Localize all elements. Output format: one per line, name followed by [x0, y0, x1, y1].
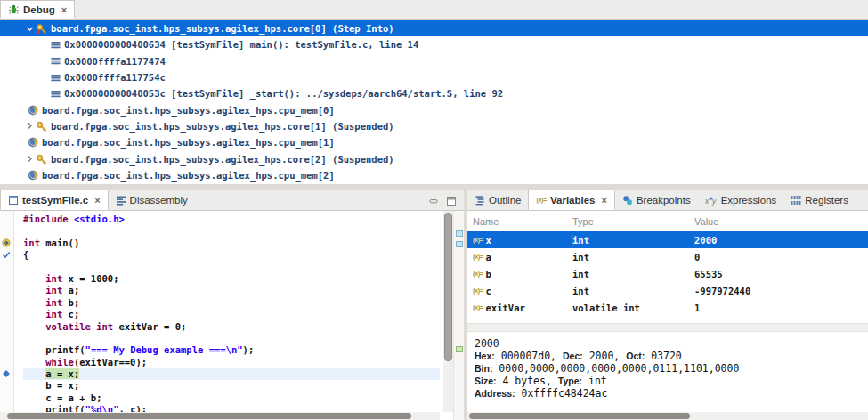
debug-tree-row[interactable]: board.fpga.soc_inst.hps_subsys.agilex_hp…: [0, 101, 868, 117]
tab-testsymfile[interactable]: testSymFile.c ×: [0, 190, 109, 210]
stack-frame-icon: [51, 89, 61, 99]
editor-window-buttons: [428, 196, 464, 210]
maximize-icon[interactable]: [446, 196, 457, 206]
editor-annotation-ruler[interactable]: [0, 211, 14, 412]
scrollbar-thumb[interactable]: [7, 413, 411, 419]
variable-row[interactable]: (x)=exitVarvolatile int1: [467, 299, 868, 316]
debug-tree-row[interactable]: board.fpga.soc_inst.hps_subsys.agilex_hp…: [0, 20, 868, 36]
close-icon[interactable]: ×: [602, 195, 607, 206]
code-token: <stdio.h>: [74, 214, 125, 224]
code-indent: [23, 285, 45, 295]
variable-value: 65535: [694, 269, 868, 279]
detail-address: Address: 0xffffc48424ac: [475, 387, 861, 400]
detail-hex-dec-oct: Hex: 000007d0, Dec: 2000, Oct: 03720: [475, 350, 861, 362]
outline-icon: [475, 195, 485, 206]
code-line[interactable]: int c;: [23, 309, 440, 320]
variable-icon: (x)=: [473, 270, 483, 278]
code-line[interactable]: [23, 262, 440, 273]
stack-frame-icon: [51, 40, 61, 50]
code-indent: [23, 392, 45, 403]
debug-tree-row[interactable]: 0x0000ffffa117754c: [0, 69, 868, 85]
code-line[interactable]: volatile int exitVar = 0;: [23, 321, 440, 333]
editor-overview-ruler[interactable]: [453, 211, 464, 420]
close-icon[interactable]: ×: [94, 195, 100, 206]
close-icon[interactable]: ×: [61, 4, 67, 15]
variable-row[interactable]: (x)=xint2000: [467, 231, 868, 248]
current-statement: a = x;: [45, 368, 79, 379]
variable-value: -997972440: [694, 286, 868, 296]
code-line[interactable]: int b;: [23, 297, 440, 309]
variable-type: int: [572, 235, 694, 246]
code-token: "%d\n": [85, 404, 119, 412]
code-line[interactable]: b = x;: [23, 380, 440, 392]
column-header-name[interactable]: Name: [467, 216, 572, 227]
code-line[interactable]: c = a + b;: [23, 392, 440, 404]
code-token: int: [96, 321, 113, 332]
variable-row[interactable]: (x)=aint0: [467, 248, 868, 265]
tab-registers[interactable]: Registers: [783, 190, 856, 210]
code-token: "=== My Debug example ===\n": [85, 344, 243, 355]
column-header-type[interactable]: Type: [572, 216, 694, 227]
overview-mark[interactable]: [456, 230, 463, 237]
stack-frame-icon: [51, 56, 61, 66]
variables-view-tabbar: Outline (x)= Variables × Breakpoints xy+…: [467, 190, 868, 211]
minimize-icon[interactable]: [428, 196, 439, 206]
debug-tree-row[interactable]: board.fpga.soc_inst.hps_subsys.agilex_hp…: [0, 134, 868, 150]
editor-horizontal-scrollbar[interactable]: [0, 412, 440, 420]
code-line[interactable]: #include <stdio.h>: [23, 214, 440, 225]
overview-mark[interactable]: [456, 346, 463, 352]
check-marker-icon[interactable]: [2, 250, 11, 259]
variable-value: 0: [694, 252, 868, 262]
variable-row[interactable]: (x)=bint65535: [467, 265, 868, 282]
debug-tree-row[interactable]: 0x000000000040053c [testSymFile] _start(…: [0, 85, 868, 101]
debug-tree-label: board.fpga.soc_inst.hps_subsys.agilex_hp…: [51, 23, 394, 34]
debug-view-tabbar: Debug ×: [0, 0, 868, 20]
variables-detail-splitter[interactable]: [467, 323, 868, 332]
pc-marker-icon[interactable]: [2, 369, 11, 378]
debug-tree-row[interactable]: board.fpga.soc_inst.hps_subsys.agilex_hp…: [0, 150, 868, 166]
code-line[interactable]: [23, 333, 440, 344]
scrollbar-thumb[interactable]: [444, 213, 452, 361]
debug-tree-label: board.fpga.soc_inst.hps_subsys.agilex_hp…: [42, 137, 335, 148]
scrollbar-thumb[interactable]: [469, 413, 690, 419]
editor-vertical-scrollbar[interactable]: [443, 211, 453, 412]
variables-horizontal-scrollbar[interactable]: [467, 412, 868, 420]
debug-tree-row[interactable]: board.fpga.soc_inst.hps_subsys.agilex_hp…: [0, 118, 868, 134]
code-line[interactable]: int x = 1000;: [23, 273, 440, 285]
variable-name-cell: (x)=exitVar: [467, 303, 572, 313]
tab-expressions[interactable]: xy+ Expressions: [698, 190, 784, 210]
tab-variables[interactable]: (x)= Variables ×: [528, 190, 615, 210]
code-line[interactable]: printf("%d\n", c);: [23, 404, 440, 412]
tab-breakpoints[interactable]: Breakpoints: [615, 190, 698, 210]
cpu-mem-icon: [28, 105, 38, 116]
code-token: while: [45, 357, 74, 368]
code-line[interactable]: int a;: [23, 285, 440, 296]
code-indent: [23, 321, 45, 332]
core-suspended-icon: [36, 120, 47, 132]
code-line[interactable]: a = x;: [23, 368, 440, 380]
debug-tree-row[interactable]: 0x0000ffffa1177474: [0, 53, 868, 69]
variable-type: volatile int: [572, 303, 694, 313]
debug-tree-row[interactable]: 0x0000000000400634 [testSymFile] main():…: [0, 36, 868, 52]
entry-marker-icon[interactable]: [2, 238, 11, 247]
overview-mark[interactable]: [456, 241, 463, 247]
tab-disassembly-label: Disassembly: [130, 195, 188, 206]
core-suspended-icon: [36, 153, 47, 165]
code-line[interactable]: printf("=== My Debug example ===\n");: [23, 344, 440, 356]
tab-outline[interactable]: Outline: [467, 190, 528, 210]
code-line[interactable]: [23, 225, 440, 237]
tab-debug[interactable]: Debug ×: [0, 0, 75, 19]
code-token: b;: [62, 297, 79, 308]
variable-row[interactable]: (x)=cint-997972440: [467, 282, 868, 299]
code-line[interactable]: int main(): [23, 238, 440, 249]
code-line[interactable]: {: [23, 249, 440, 261]
column-header-value[interactable]: Value: [694, 216, 868, 227]
tab-debug-label: Debug: [23, 4, 55, 15]
tab-disassembly[interactable]: Disassembly: [109, 190, 195, 210]
code-line[interactable]: while(exitVar==0);: [23, 357, 440, 368]
variable-detail-pane[interactable]: 2000 Hex: 000007d0, Dec: 2000, Oct: 0372…: [467, 334, 868, 410]
debug-tree-row[interactable]: board.fpga.soc_inst.hps_subsys.agilex_hp…: [0, 167, 868, 183]
variable-type: int: [572, 286, 694, 296]
code-indent: [23, 309, 45, 319]
code-token: printf(: [45, 344, 85, 355]
